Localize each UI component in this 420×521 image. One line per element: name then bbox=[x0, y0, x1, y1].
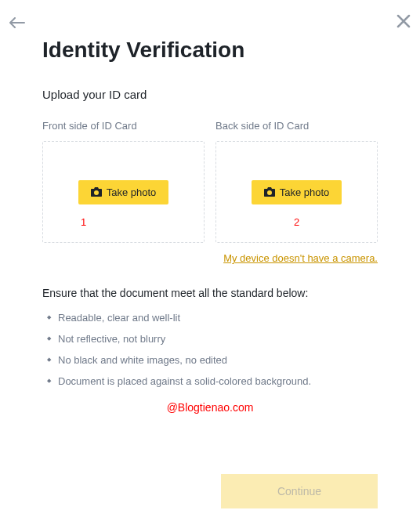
watermark-text: @Blogtienao.com bbox=[42, 401, 378, 414]
no-camera-link[interactable]: My device doesn't have a camera. bbox=[223, 252, 378, 264]
list-item: Readable, clear and well-lit bbox=[47, 312, 378, 324]
list-item: No black and white images, no edited bbox=[47, 354, 378, 366]
upload-subtitle: Upload your ID card bbox=[42, 88, 378, 101]
front-side-label: Front side of ID Card bbox=[42, 120, 205, 132]
take-photo-back-button[interactable]: Take photo bbox=[252, 180, 342, 204]
continue-button[interactable]: Continue bbox=[221, 474, 378, 508]
take-photo-front-button[interactable]: Take photo bbox=[78, 180, 169, 204]
back-side-label: Back side of ID Card bbox=[215, 120, 378, 132]
camera-icon bbox=[91, 187, 102, 197]
page-title: Identity Verification bbox=[42, 38, 378, 63]
front-upload-box[interactable]: Take photo 1 bbox=[42, 141, 205, 243]
annotation-1: 1 bbox=[81, 216, 86, 228]
list-item: Document is placed against a solid-color… bbox=[47, 375, 378, 387]
back-arrow-icon[interactable] bbox=[9, 17, 25, 31]
requirements-list: Readable, clear and well-lit Not reflect… bbox=[42, 312, 378, 387]
requirements-title: Ensure that the document meet all the st… bbox=[42, 287, 378, 299]
close-icon[interactable] bbox=[396, 14, 411, 31]
back-upload-box[interactable]: Take photo 2 bbox=[215, 141, 378, 243]
camera-icon bbox=[264, 187, 275, 197]
list-item: Not reflective, not blurry bbox=[47, 333, 378, 345]
annotation-2: 2 bbox=[294, 216, 299, 228]
take-photo-back-label: Take photo bbox=[280, 186, 330, 198]
take-photo-front-label: Take photo bbox=[107, 186, 157, 198]
